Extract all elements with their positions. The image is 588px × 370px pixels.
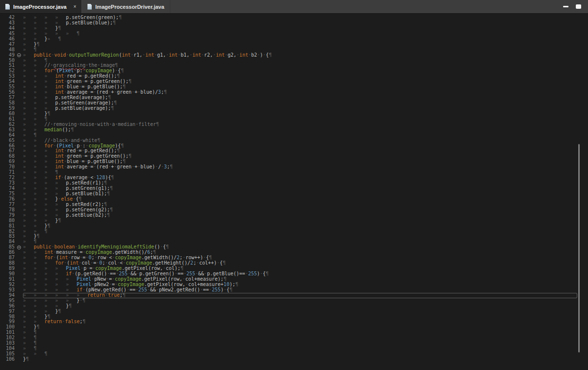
fold-collapse-icon[interactable] [17,246,21,249]
code-line-current[interactable]: 94»»»»»»return·true;¶ [0,293,588,298]
line-number: 64 [0,133,15,138]
code-text[interactable]: »}¶ [23,325,577,330]
code-line[interactable]: 96»»»»}¶ [0,304,588,309]
code-line[interactable]: 103»¶ [0,341,588,346]
code-text[interactable]: »»»p.setBlue(average);¶ [23,106,577,111]
code-line[interactable]: 106}¶ [0,357,588,362]
code-text[interactable]: »»»»}¶ [23,304,577,309]
code-text[interactable]: »»»}¶ [23,26,577,31]
restore-window-icon[interactable] [576,4,581,9]
line-number: 47 [0,42,15,47]
code-text[interactable]: »¶ [23,133,577,138]
code-line[interactable]: 49»public·void·outputTumorRegion(int·r1,… [0,53,588,58]
code-text[interactable]: »»»»»}·¶ [23,298,577,304]
code-text[interactable]: »»}»¶ [23,37,577,42]
line-number: 106 [0,357,15,362]
code-text[interactable]: »»}¶ [23,224,577,229]
line-number: 80 [0,218,15,224]
code-line[interactable]: 104»¶ [0,346,588,351]
code-text[interactable]: »»»}¶ [23,218,577,224]
code-line[interactable]: 101»¶ [0,330,588,335]
code-text[interactable]: »}¶ [23,234,577,239]
tab-imageprocessordriver[interactable]: ImageProcessorDriver.java [81,0,170,13]
code-line[interactable]: 99»»return·false;¶ [0,319,588,325]
close-tab-icon[interactable]: × [73,4,76,9]
code-line[interactable]: 82»»¶ [0,229,588,234]
code-line[interactable]: 98»»}¶ [0,314,588,320]
code-text[interactable]: »»¶ [23,351,577,357]
line-number: 95 [0,298,15,304]
code-line[interactable]: 62»»//·removing·noise·with·a·median·filt… [0,122,588,127]
line-number: 63 [0,127,15,133]
code-line[interactable]: 70»»»int·average·=·(red·+·green·+·blue)·… [0,164,588,170]
code-text[interactable]: »»¶ [23,229,577,234]
fold-collapse-icon[interactable] [17,53,21,57]
code-text[interactable]: »»}¶ [23,314,577,320]
code-text[interactable]: »»»int·average·=·(red·+·green·+·blue)·/·… [23,164,577,170]
code-line[interactable]: 60»»}¶ [0,111,588,117]
java-file-icon [87,4,92,10]
code-line[interactable]: 75»»»»p.setBlue(b1);¶ [0,191,588,197]
code-text[interactable]: »»}¶ [23,111,577,117]
code-text[interactable]: »»»»»»return·true;¶ [23,293,577,298]
code-line[interactable]: 100»}¶ [0,325,588,330]
code-line[interactable]: 46»»}»¶ [0,37,588,42]
tab-label: ImageProcessor.java [13,4,66,10]
code-line[interactable]: 44»»»}¶ [0,26,588,31]
code-text[interactable]: »public·void·outputTumorRegion(int·r1,·i… [23,53,577,58]
line-number: 48 [0,47,15,53]
code-text[interactable]: »¶ [23,346,577,351]
tab-bar: ImageProcessor.java × ImageProcessorDriv… [0,0,588,14]
line-number: 49 [0,53,15,58]
line-number: 96 [0,304,15,309]
code-text[interactable]: »»»»p.setBlue(blue);¶ [23,21,577,26]
code-text[interactable]: »¶ [23,341,577,346]
code-text[interactable]: »¶ [23,335,577,341]
code-line[interactable]: 97»»»}¶ [0,309,588,314]
code-text[interactable]: »}¶ [23,42,577,47]
minimize-icon[interactable] [563,6,568,7]
tab-imageprocessor[interactable]: ImageProcessor.java × [0,0,81,13]
code-line[interactable]: 95»»»»»}·¶ [0,298,588,304]
code-line[interactable]: 47»}¶ [0,42,588,47]
code-text[interactable]: »»»»p.setBlue(b2);¶ [23,213,577,218]
window-controls [563,0,588,13]
code-line[interactable]: 79»»»»p.setBlue(b2);¶ [0,213,588,218]
line-number: 81 [0,224,15,229]
tabbar-spacer [170,0,563,13]
code-text[interactable]: }¶ [23,357,577,362]
code-text[interactable]: »»median();¶ [23,127,577,133]
code-text[interactable]: »»//·removing·noise·with·a·median·filter… [23,122,577,127]
line-number: 79 [0,213,15,218]
code-line[interactable]: 45»»»»»¶ [0,31,588,37]
line-number: 65 [0,138,15,144]
code-line[interactable]: 63»»median();¶ [0,127,588,133]
tab-label: ImageProcessorDriver.java [95,4,164,10]
code-text[interactable]: »¶ [23,330,577,335]
java-file-icon [5,4,10,10]
code-text[interactable]: »»»}¶ [23,309,577,314]
code-line[interactable]: 102»¶ [0,335,588,341]
code-line[interactable]: 83»}¶ [0,234,588,239]
code-text[interactable]: »»»»»¶ [23,31,577,37]
code-text[interactable]: »»»»p.setBlue(b1);¶ [23,191,577,197]
code-line[interactable]: 81»»}¶ [0,224,588,229]
code-line[interactable]: 59»»»p.setBlue(average);¶ [0,106,588,111]
code-line[interactable]: 80»»»}¶ [0,218,588,224]
code-text[interactable]: »»return·false;¶ [23,319,577,325]
code-line[interactable]: 105»»¶ [0,351,588,357]
vertical-scrollbar-thumb[interactable] [578,144,580,352]
code-editor[interactable]: 42»»»»p.setGreen(green);¶43»»»»p.setBlue… [0,14,588,370]
code-line[interactable]: 43»»»»p.setBlue(blue);¶ [0,21,588,26]
line-number: 97 [0,309,15,314]
